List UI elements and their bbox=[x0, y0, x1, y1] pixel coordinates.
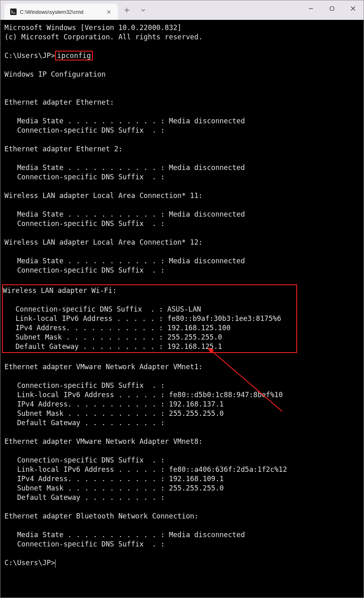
new-tab-button[interactable] bbox=[120, 3, 134, 17]
cursor bbox=[55, 559, 56, 568]
close-button[interactable] bbox=[343, 0, 364, 17]
adapter-line: Link-local IPv6 Address . . . . . : fe80… bbox=[4, 465, 287, 473]
header-line: Microsoft Windows [Version 10.0.22000.83… bbox=[4, 24, 182, 32]
tab-active[interactable]: C:\Windows\system32\cmd bbox=[4, 4, 118, 20]
adapter-line: Subnet Mask . . . . . . . . . . . : 255.… bbox=[4, 484, 224, 492]
adapter-line: Link-local IPv6 Address . . . . . : fe80… bbox=[4, 391, 283, 399]
adapter-name: Wireless LAN adapter Local Area Connecti… bbox=[4, 238, 203, 246]
adapter-line: Media State . . . . . . . . . . . : Medi… bbox=[4, 257, 245, 265]
adapter-line: Subnet Mask . . . . . . . . . . . : 255.… bbox=[3, 333, 222, 341]
adapter-line: Default Gateway . . . . . . . . . : bbox=[4, 419, 165, 427]
window-controls bbox=[300, 0, 364, 17]
adapter-line: Media State . . . . . . . . . . . : Medi… bbox=[4, 163, 245, 172]
adapter-line: IPv4 Address. . . . . . . . . . . : 192.… bbox=[3, 324, 231, 332]
wifi-adapter-highlighted: Wireless LAN adapter Wi-Fi: Connection-s… bbox=[2, 284, 297, 353]
tab-dropdown-button[interactable] bbox=[136, 3, 150, 17]
adapter-name: Wireless LAN adapter Local Area Connecti… bbox=[4, 191, 203, 200]
adapter-name: Ethernet adapter Bluetooth Network Conne… bbox=[4, 512, 199, 520]
adapter-line: Connection-specific DNS Suffix . : bbox=[4, 126, 165, 134]
adapter-name: Ethernet adapter VMware Network Adapter … bbox=[4, 363, 203, 371]
adapter-line: Media State . . . . . . . . . . . : Medi… bbox=[4, 210, 245, 218]
adapter-line: Link-local IPv6 Address . . . . . : fe80… bbox=[3, 314, 281, 323]
command-highlighted: ipconfig bbox=[55, 51, 93, 60]
adapter-line: Connection-specific DNS Suffix . : bbox=[4, 173, 165, 181]
adapter-name: Ethernet adapter Ethernet 2: bbox=[4, 145, 122, 153]
adapter-line: Media State . . . . . . . . . . . : Medi… bbox=[4, 531, 245, 539]
adapter-line: Connection-specific DNS Suffix . : bbox=[4, 266, 165, 274]
adapter-line: Connection-specific DNS Suffix . : bbox=[4, 219, 165, 228]
adapter-line: Connection-specific DNS Suffix . : bbox=[4, 381, 165, 389]
adapter-line: Media State . . . . . . . . . . . : Medi… bbox=[4, 117, 245, 125]
header-line: (c) Microsoft Corporation. All rights re… bbox=[4, 33, 203, 41]
svg-rect-1 bbox=[330, 7, 334, 11]
adapter-name: Wireless LAN adapter Wi-Fi: bbox=[3, 286, 117, 295]
adapter-line: Subnet Mask . . . . . . . . . . . : 255.… bbox=[4, 409, 224, 417]
adapter-line: Default Gateway . . . . . . . . . : bbox=[4, 493, 165, 501]
terminal-output[interactable]: Microsoft Windows [Version 10.0.22000.83… bbox=[0, 20, 364, 598]
cmd-window: C:\Windows\system32\cmd Microsoft Window… bbox=[0, 0, 364, 598]
tab-title: C:\Windows\system32\cmd bbox=[20, 9, 102, 15]
adapter-line: IPv4 Address. . . . . . . . . . . : 192.… bbox=[4, 475, 224, 483]
adapter-line: Connection-specific DNS Suffix . : ASUS-… bbox=[3, 305, 201, 313]
maximize-button[interactable] bbox=[321, 0, 343, 17]
adapter-line: Connection-specific DNS Suffix . : bbox=[4, 540, 165, 548]
adapter-line: Default Gateway . . . . . . . . . : 192.… bbox=[3, 342, 222, 351]
prompt: C:\Users\JP> bbox=[4, 559, 55, 567]
tab-close-button[interactable] bbox=[105, 8, 112, 15]
adapter-line: Connection-specific DNS Suffix . : bbox=[4, 456, 165, 464]
titlebar: C:\Windows\system32\cmd bbox=[0, 0, 364, 20]
prompt: C:\Users\JP> bbox=[4, 52, 55, 60]
adapter-line: IPv4 Address. . . . . . . . . . . : 192.… bbox=[4, 400, 224, 408]
section-heading: Windows IP Configuration bbox=[4, 70, 106, 78]
cmd-icon bbox=[10, 9, 17, 15]
svg-rect-0 bbox=[10, 9, 17, 15]
minimize-button[interactable] bbox=[300, 0, 321, 17]
adapter-name: Ethernet adapter Ethernet: bbox=[4, 98, 114, 106]
adapter-name: Ethernet adapter VMware Network Adapter … bbox=[4, 437, 203, 445]
